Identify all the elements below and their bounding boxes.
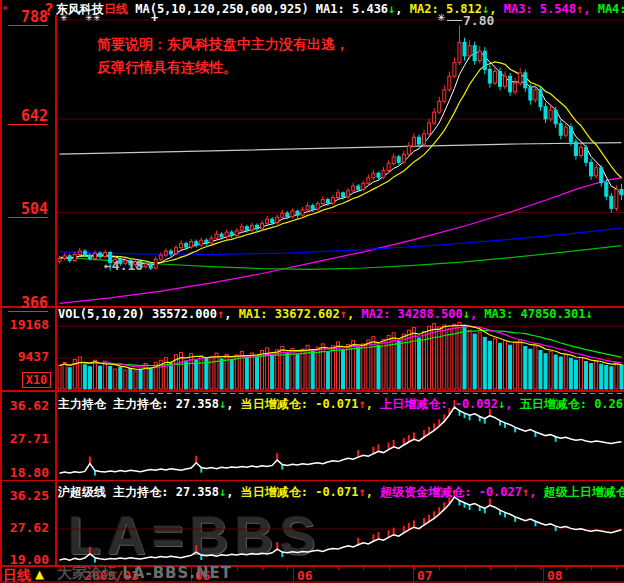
indicator-axis-label: 18.80 [3,466,49,480]
volume-chart[interactable] [57,320,624,390]
title-segment: MA(5,10,120,250,600,925) [128,2,316,15]
price-axis-label: 788 [8,10,48,26]
low-price-label: ←4.18 [104,258,143,273]
week-tick [566,566,567,570]
week-tick [591,566,592,570]
week-tick [262,566,263,570]
price-axis-label: 642 [8,109,48,125]
week-tick [414,566,415,570]
volume-multiplier-badge: X10 [22,372,51,388]
cjx-header-segment: 沪超级线 [58,485,113,498]
axis-separator [55,15,57,566]
stock-chart-window: ✳ ? 东风科技日线 MA(5,10,120,250,600,925) MA1:… [0,0,624,583]
help-cursor-icon: ? [44,0,54,19]
month-label[interactable]: 06 [297,568,313,583]
period-up-triangle-icon[interactable]: ▲ [35,565,44,583]
volume-axis-label: 19168 [3,318,49,332]
vol-header-segment: ↓ [585,307,592,321]
zlcc-header-segment: 主力持仓 [58,397,113,410]
vol-header-segment: , [470,307,484,321]
title-segment: 东风科技 [56,2,104,15]
peak-price-label: 7.80 [463,13,494,28]
forum-watermark-small: 大家论坛 LA-BBS.NET [57,564,232,583]
month-separator-tick [293,566,294,583]
cjx-header-segment: 主力持仓: 27.358 [113,485,219,498]
cjx-header-segment: 当日增减仓: -0.071 [241,485,359,498]
title-segment: MA1: 5.436 [316,2,388,15]
forum-watermark-url: LA-BBS.NET [122,564,232,582]
volume-axis-label: 9437 [3,350,49,364]
zlcc-header-segment: , [505,397,519,410]
title-segment: , [489,2,503,15]
week-tick [540,566,541,570]
period-label[interactable]: 日线 [3,567,31,583]
separator-zlcc-cjx [0,480,624,481]
commentary-line-2: 反弹行情具有连续性。 [97,59,237,77]
cjx-header-segment: , [529,485,543,498]
indicator-axis-label: 36.62 [3,399,49,413]
week-tick [389,566,390,570]
vol-header-segment: 35572.000 [152,307,217,321]
forum-watermark-cn: 大家论坛 [57,564,117,582]
title-segment: MA4: 4.548 [598,2,624,15]
indicator-axis-label: 19.00 [3,553,49,567]
title-bar: 东风科技日线 MA(5,10,120,250,600,925) MA1: 5.4… [56,1,624,15]
month-label[interactable]: 07 [417,568,433,583]
vol-header-segment: ↑ [340,307,347,321]
flower-icon[interactable]: ✳ [2,1,9,14]
vol-header-segment: ↓ [463,307,470,321]
indicator-axis-label: 27.71 [3,432,49,446]
window-left-border [0,0,2,583]
separator-vol-zlcc [0,390,624,392]
zlcc-header-segment: 当日增减仓: -0.071 [241,397,359,410]
commentary-line-1: 简要说明：东风科技盘中主力没有出逃， [97,36,349,54]
cjx-header-segment: 超级资金增减仓: -0.027 [380,485,522,498]
zlcc-header-segment: 上日增减仓: -0.092 [380,397,498,410]
indicator-axis-label: 27.62 [3,521,49,535]
vol-header-segment: MA3: 47850.301 [484,307,585,321]
volume-panel-header: VOL(5,10,20) 35572.000↑, MA1: 33672.602↑… [58,307,624,321]
cjx-header-segment: , [226,485,240,498]
week-tick [237,566,238,570]
title-segment: MA3: 5.548 [504,2,576,15]
month-separator-tick [543,566,544,583]
zlcc-header-segment: 主力持仓: 27.358 [113,397,219,410]
week-tick [616,566,617,570]
week-tick [338,566,339,570]
title-segment: , [583,2,597,15]
cjx-header-segment: ↑ [359,485,366,498]
week-tick [363,566,364,570]
zlcc-header-segment: , [226,397,240,410]
week-tick [465,566,466,570]
cjx-header-segment: 超级上日增减仓: -0.03 [544,485,624,498]
zlcc-header-segment: ↑ [359,397,366,410]
vol-header-segment: VOL(5,10,20) [58,307,152,321]
zlcc-header-segment: , [366,397,380,410]
vol-header-segment: MA1: 33672.602 [239,307,340,321]
peak-pointer-line [447,20,462,21]
week-tick [490,566,491,570]
month-label[interactable]: 08 [547,568,563,583]
cjx-header-segment: , [366,485,380,498]
title-segment: MA2: 5.812 [410,2,482,15]
vol-header-segment: , [224,307,238,321]
super-line-panel-header: 沪超级线 主力持仓: 27.358↓, 当日增减仓: -0.071↑, 超级资金… [58,484,624,498]
vol-header-segment: , [347,307,361,321]
indicator-axis-label: 36.25 [3,489,49,503]
week-tick [515,566,516,570]
title-segment: 日线 [104,2,128,15]
week-tick [439,566,440,570]
main-force-panel-header: 主力持仓 主力持仓: 27.358↓, 当日增减仓: -0.071↑, 上日增减… [58,396,624,410]
price-axis-label: 504 [8,202,48,218]
zlcc-header-segment: 五日增减仓: 0.267 [520,397,624,410]
week-tick [287,566,288,570]
title-segment: , [395,2,409,15]
price-axis-label: 366 [8,296,48,312]
vol-header-segment: MA2: 34288.500 [361,307,462,321]
